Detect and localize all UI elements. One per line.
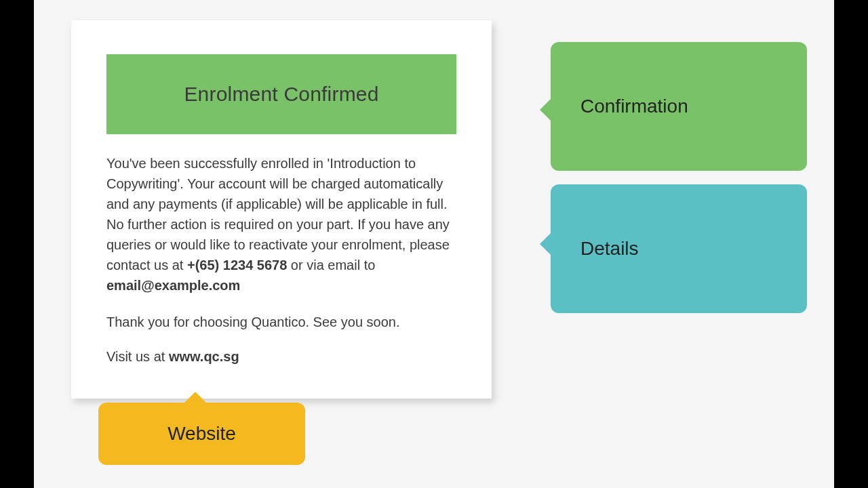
visit-line: Visit us at www.qc.sg [106, 349, 456, 365]
callout-website-label: Website [167, 423, 236, 445]
callout-website: Website [98, 403, 305, 465]
visit-url: www.qc.sg [169, 349, 239, 364]
phone-number: +(65) 1234 5678 [187, 258, 287, 272]
callout-details-label: Details [580, 238, 639, 260]
email-address: email@example.com [106, 278, 240, 293]
confirmation-body: You've been successfully enrolled in 'In… [106, 153, 456, 296]
slide-stage: Enrolment Confirmed You've been successf… [34, 0, 834, 488]
callout-details: Details [551, 184, 807, 313]
confirmation-card: Enrolment Confirmed You've been successf… [71, 20, 492, 399]
thanks-text: Thank you for choosing Quantico. See you… [106, 314, 456, 330]
visit-pre: Visit us at [106, 349, 169, 364]
body-mid: or via email to [287, 258, 375, 272]
callout-confirmation: Confirmation [551, 42, 807, 171]
banner-title: Enrolment Confirmed [106, 54, 456, 134]
body-pre: You've been successfully enrolled in 'In… [106, 156, 450, 272]
callout-confirmation-label: Confirmation [580, 96, 688, 117]
